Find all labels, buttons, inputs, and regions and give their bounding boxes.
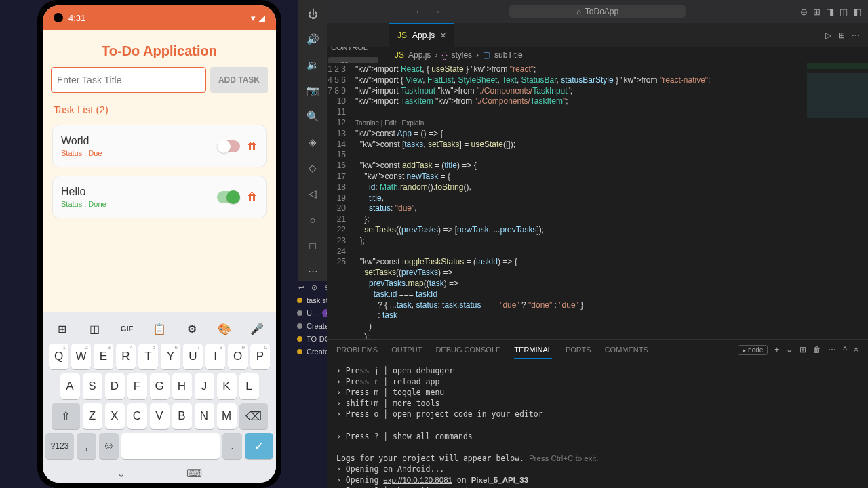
key-j[interactable]: J xyxy=(195,373,214,399)
commit-action-icon[interactable]: ↩ xyxy=(298,283,304,292)
key-y[interactable]: 6Y xyxy=(161,344,180,369)
kb-theme-icon[interactable]: 🎨 xyxy=(214,319,235,338)
delete-icon[interactable]: 🗑 xyxy=(247,191,258,203)
kb-settings-icon[interactable]: ⚙ xyxy=(181,319,203,338)
copilot-icon[interactable]: ⊕ xyxy=(800,7,808,17)
kb-gif-icon[interactable]: GIF xyxy=(116,319,138,338)
key-s[interactable]: S xyxy=(83,373,102,399)
numeric-key[interactable]: ?123 xyxy=(45,433,74,459)
nav-back-icon[interactable]: ← xyxy=(415,7,423,16)
run-icon[interactable]: ▷ xyxy=(825,30,831,40)
key-z[interactable]: Z xyxy=(83,403,102,429)
nav-keyboard-icon[interactable]: ⌨ xyxy=(186,467,202,480)
rotate-left-icon[interactable]: ◈ xyxy=(306,136,319,149)
key-g[interactable]: G xyxy=(150,373,170,399)
key-q[interactable]: 1Q xyxy=(49,344,68,369)
volume-up-icon[interactable]: 🔊 xyxy=(306,33,319,46)
kb-clipboard-icon[interactable]: 📋 xyxy=(149,319,170,338)
tab-debug-console[interactable]: DEBUG CONSOLE xyxy=(435,342,500,358)
phone-screen: 4:31 ▾ ◢ To-Do Application ADD TASK Task… xyxy=(43,5,276,483)
close-icon[interactable]: × xyxy=(854,345,859,354)
more-icon[interactable]: ⋯ xyxy=(306,264,319,278)
back-icon[interactable]: ◁ xyxy=(306,187,319,201)
key-v[interactable]: V xyxy=(150,403,170,429)
key-t[interactable]: 5T xyxy=(138,344,158,369)
layout-icon[interactable]: ⊞ xyxy=(813,7,821,17)
space-key[interactable] xyxy=(121,433,220,459)
breadcrumb[interactable]: JS App.js› {} styles› ▢ subTitle xyxy=(327,47,868,63)
key-i[interactable]: 8I xyxy=(205,344,225,369)
panel-right-icon[interactable]: ◧ xyxy=(853,7,861,17)
new-terminal-icon[interactable]: + xyxy=(774,345,779,354)
zoom-icon[interactable]: 🔍 xyxy=(306,110,319,123)
chevron-up-icon[interactable]: ^ xyxy=(843,345,847,354)
emoji-key[interactable]: ☺ xyxy=(99,433,119,459)
commit-action-icon[interactable]: ⊙ xyxy=(311,283,317,292)
command-center[interactable]: ⌕ ToDoApp xyxy=(509,5,686,18)
app-title: To-Do Application xyxy=(43,43,276,59)
status-time: 4:31 xyxy=(68,13,85,23)
nav-down-icon[interactable]: ⌄ xyxy=(117,467,125,480)
kb-mic-icon[interactable]: 🎤 xyxy=(246,319,268,338)
camera-icon[interactable]: 📷 xyxy=(306,84,319,98)
key-w[interactable]: 2W xyxy=(71,344,91,369)
tab-output[interactable]: OUTPUT xyxy=(391,342,422,358)
tab-ports[interactable]: PORTS xyxy=(566,342,591,358)
overview-icon[interactable]: □ xyxy=(306,239,319,252)
terminal-output[interactable]: › Press j │ open debugger › Press r │ re… xyxy=(327,360,868,488)
key-r[interactable]: 4R xyxy=(116,344,136,369)
comma-key[interactable]: , xyxy=(77,433,96,459)
tab-comments[interactable]: COMMENTS xyxy=(605,342,648,358)
more-icon[interactable]: ⋯ xyxy=(852,30,860,40)
key-h[interactable]: H xyxy=(172,373,192,399)
code-editor[interactable]: 1 2 3 4 5 6 7 8 9 10 11 12 13 14 15 16 1… xyxy=(327,63,868,339)
key-a[interactable]: A xyxy=(60,373,80,399)
kb-menu-icon[interactable]: ⊞ xyxy=(51,319,73,338)
bottom-panel: PROBLEMS OUTPUT DEBUG CONSOLE TERMINAL P… xyxy=(327,339,868,488)
key-u[interactable]: 7U xyxy=(183,344,203,369)
backspace-key[interactable]: ⌫ xyxy=(239,403,268,429)
panel-left-icon[interactable]: ◨ xyxy=(826,7,834,17)
key-k[interactable]: K xyxy=(217,373,237,399)
key-e[interactable]: 3E xyxy=(94,344,113,369)
task-title: World xyxy=(61,135,102,147)
tab-problems[interactable]: PROBLEMS xyxy=(336,342,378,358)
more-icon[interactable]: ⋯ xyxy=(828,345,836,354)
power-icon[interactable]: ⏻ xyxy=(306,7,319,20)
key-n[interactable]: N xyxy=(195,403,214,429)
key-f[interactable]: F xyxy=(127,373,147,399)
task-card: World Status : Due 🗑 xyxy=(52,125,267,167)
enter-key[interactable]: ✓ xyxy=(245,433,273,459)
delete-icon[interactable]: 🗑 xyxy=(247,140,258,152)
nav-forward-icon[interactable]: → xyxy=(433,7,441,16)
kb-sticker-icon[interactable]: ◫ xyxy=(83,319,105,338)
panel-bottom-icon[interactable]: ◫ xyxy=(840,7,848,17)
home-icon[interactable]: ○ xyxy=(306,213,319,226)
rotate-right-icon[interactable]: ◇ xyxy=(306,161,319,175)
task-title-input[interactable] xyxy=(51,67,206,93)
key-o[interactable]: 9O xyxy=(228,344,248,369)
trash-icon[interactable]: 🗑 xyxy=(813,345,821,354)
key-c[interactable]: C xyxy=(127,403,147,429)
volume-down-icon[interactable]: 🔉 xyxy=(306,58,319,72)
terminal-shell[interactable]: ▸ node xyxy=(738,345,768,355)
key-m[interactable]: M xyxy=(217,403,237,429)
key-x[interactable]: X xyxy=(105,403,125,429)
key-d[interactable]: D xyxy=(105,373,125,399)
close-icon[interactable]: × xyxy=(440,30,446,41)
split-icon[interactable]: ⊞ xyxy=(838,30,845,40)
split-terminal-icon[interactable]: ⊞ xyxy=(800,345,806,354)
period-key[interactable]: . xyxy=(222,433,242,459)
minimap[interactable] xyxy=(807,63,868,339)
status-toggle[interactable] xyxy=(217,140,240,152)
property-icon: ▢ xyxy=(483,50,490,60)
add-task-button[interactable]: ADD TASK xyxy=(210,67,268,93)
key-l[interactable]: L xyxy=(239,373,259,399)
chevron-down-icon[interactable]: ⌄ xyxy=(786,345,793,354)
key-b[interactable]: B xyxy=(172,403,192,429)
tab-app-js[interactable]: JS App.js × xyxy=(389,23,454,47)
shift-key[interactable]: ⇧ xyxy=(52,403,80,429)
tab-terminal[interactable]: TERMINAL xyxy=(514,342,552,359)
status-toggle[interactable] xyxy=(217,191,240,203)
key-p[interactable]: 0P xyxy=(250,344,270,369)
